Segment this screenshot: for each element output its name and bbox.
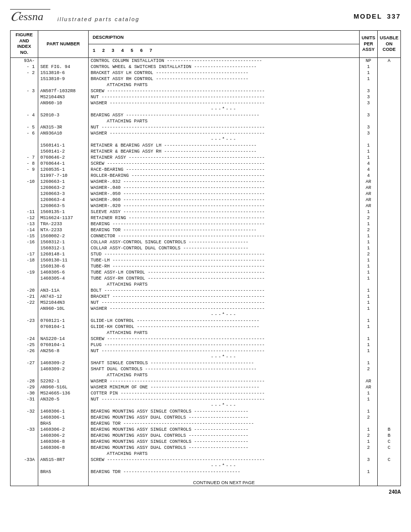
cell-part: 1460305-4 [38, 276, 89, 282]
table-row: ATTACHING PARTS [11, 118, 401, 124]
table-row: -171260148-1STUD -----------------------… [11, 251, 401, 257]
cell-usable [377, 348, 400, 354]
cell-units: 1 [359, 155, 377, 161]
table-row: - 1SEE FIG. 94CONTROL WHEEL & SWITCHES I… [11, 64, 401, 70]
cell-units: 2 [359, 415, 377, 421]
cell-units: 2 [359, 227, 377, 233]
cell-units: 1 [359, 348, 377, 354]
cell-units: 1 [359, 263, 377, 270]
table-row: - 21513810-6BRACKET ASSY LH CONTROL ----… [11, 70, 401, 76]
cell-usable: B [377, 427, 400, 433]
cell-part: 1513810-9 [38, 76, 89, 82]
cell-part: 1260663-5 [38, 203, 89, 209]
cell-figure: -13 [11, 221, 38, 227]
cell-figure: -26 [11, 348, 38, 354]
cell-usable [377, 179, 400, 185]
cell-figure: -29 [11, 384, 38, 390]
table-row: - 70760646-2RETAINER ASSY --------------… [11, 155, 401, 161]
col-header-usable: USABLEONCODE [377, 31, 400, 58]
cell-usable [377, 173, 400, 179]
cell-usable [377, 106, 400, 112]
cell-figure [11, 143, 38, 149]
cell-description: WASHER ---------------------------------… [89, 100, 360, 106]
cell-description: RETAINER ASSY --------------------------… [89, 155, 360, 161]
cell-part [38, 118, 89, 124]
cell-figure: - 8 [11, 161, 38, 167]
cell-units: 2 [359, 251, 377, 257]
cell-part: 0760121-1 [38, 318, 89, 324]
table-row: -26AN256-8NUT --------------------------… [11, 348, 401, 354]
cell-figure [11, 421, 38, 427]
cell-usable [377, 64, 400, 70]
cell-usable [377, 306, 400, 312]
cell-part [38, 354, 89, 360]
cell-description: BEARING MOUNTING ASSY DUAL CONTROLS ----… [89, 433, 360, 439]
cell-part [38, 403, 89, 409]
cell-units [359, 463, 377, 469]
table-row: ---*--- [11, 137, 401, 143]
cell-description: WASHER-.020 ----------------------------… [89, 203, 360, 209]
cell-description: BEARING MOUNTING ASSY DUAL CONTROLS ----… [89, 415, 360, 421]
cell-usable [377, 191, 400, 197]
cell-description: NUT ------------------------------------… [89, 94, 360, 100]
table-row: ---*--- [11, 312, 401, 318]
cell-usable [377, 354, 400, 360]
cell-usable [377, 288, 400, 294]
cell-usable [377, 409, 400, 415]
cell-part: MS21044N3 [38, 300, 89, 306]
cell-part: 0760104-1 [38, 342, 89, 348]
cell-figure: -16 [11, 239, 38, 245]
cell-figure [11, 282, 38, 288]
cell-units: 1 [359, 324, 377, 330]
cell-figure: -12 [11, 215, 38, 221]
cell-description: ATTACHING PARTS [89, 282, 360, 288]
cell-description: BEARING ASSY ---------------------------… [89, 112, 360, 118]
cell-usable [377, 161, 400, 167]
cell-figure [11, 118, 38, 124]
cell-description: SLEEVE ASSY ----------------------------… [89, 209, 360, 215]
table-row: ATTACHING PARTS [11, 330, 401, 336]
table-row: 1460309-2SHAFT DUAL CONTROLS -----------… [11, 366, 401, 372]
cell-description: CONTINUED ON NEXT PAGE [89, 476, 360, 486]
table-row: 1560312-1COLLAR ASSY-CONTROL DUAL CONTRO… [11, 245, 401, 251]
cell-figure [11, 82, 38, 88]
cell-units: 3 [359, 130, 377, 137]
cell-units: 4 [359, 173, 377, 179]
cell-figure: -27 [11, 360, 38, 366]
table-row: -331460306-2BEARING MOUNTING ASSY SINGLE… [11, 427, 401, 433]
cell-part: AN320-5 [38, 396, 89, 403]
table-row: - 3AN507f-1032R8SCREW ------------------… [11, 88, 401, 94]
cell-part: 1560312-1 [38, 245, 89, 251]
cell-usable [377, 227, 400, 233]
cell-description: ---*--- [89, 137, 360, 143]
cell-units [359, 354, 377, 360]
cell-units: 4 [359, 161, 377, 167]
cell-part: AN960-10 [38, 100, 89, 106]
cell-part [38, 82, 89, 88]
cell-units: 1 [359, 342, 377, 348]
cell-usable [377, 390, 400, 396]
cell-figure: -22 [11, 300, 38, 306]
cell-units: 1 [359, 336, 377, 342]
cell-part: AN507f-1032R8 [38, 88, 89, 94]
cell-figure [11, 403, 38, 409]
cell-description: GLIDE-KH CONTROL -----------------------… [89, 324, 360, 330]
cell-description: CONNECTOR ------------------------------… [89, 233, 360, 239]
cell-units: AR [359, 191, 377, 197]
cell-units: 1 [359, 76, 377, 82]
table-row: 1260663-5WASHER-.020 -------------------… [11, 203, 401, 209]
cell-description: ATTACHING PARTS [89, 118, 360, 124]
cell-units: 3 [359, 88, 377, 94]
table-row: 1560130-6TUBE-RH -----------------------… [11, 263, 401, 270]
table-row: -271460309-2SHAFT SINGLE CONTROLS ------… [11, 360, 401, 366]
cell-figure [11, 173, 38, 179]
cell-usable [377, 149, 400, 155]
cell-part [38, 106, 89, 112]
table-row: -230760121-1 GLIDE-LH CONTROL ----------… [11, 318, 401, 324]
cell-part [38, 312, 89, 318]
cell-part: 1513810-6 [38, 70, 89, 76]
cell-description: BRACKET ASSY RH CONTROL ----------------… [89, 76, 360, 82]
cell-figure [11, 137, 38, 143]
cell-description: ATTACHING PARTS [89, 82, 360, 88]
cell-figure [11, 451, 38, 457]
